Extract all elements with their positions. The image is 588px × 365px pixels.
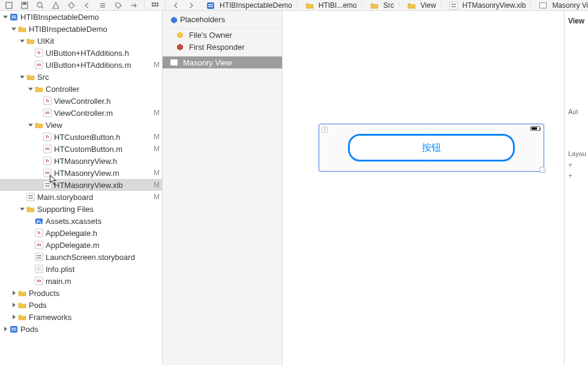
arrow-left-icon[interactable] — [82, 1, 92, 10]
disclosure-triangle-icon[interactable] — [28, 86, 34, 91]
svg-rect-38 — [11, 328, 16, 329]
chevron-right-icon[interactable] — [186, 1, 197, 10]
outline-label: File's Owner — [189, 31, 232, 40]
disclosure-triangle-icon[interactable] — [2, 14, 8, 19]
tree-row[interactable]: View — [0, 119, 162, 131]
tree-row[interactable]: HTMasonryView.mM — [0, 167, 162, 179]
svg-rect-16 — [157, 5, 158, 7]
tree-row[interactable]: Info.plist — [0, 263, 162, 275]
tree-label: Supporting Files — [37, 205, 151, 214]
disclosure-triangle-icon[interactable] — [19, 207, 25, 211]
disclosure-triangle-icon[interactable] — [11, 26, 17, 31]
breadcrumb-separator: 〉 — [359, 0, 368, 10]
tag-icon[interactable] — [113, 1, 124, 10]
battery-icon — [530, 126, 540, 131]
tree-row[interactable]: Assets.xcassets — [0, 215, 162, 227]
tree-row[interactable]: ViewController.mM — [0, 107, 162, 119]
grid3-icon[interactable] — [149, 1, 160, 10]
inspector-add-button-2[interactable]: + — [565, 170, 588, 181]
toolbar: HTIBInspectableDemo〉HTIBI...emo〉Src〉View… — [0, 0, 588, 11]
outline-row[interactable]: First Responder — [163, 41, 282, 53]
breadcrumb-item[interactable]: HTMasonryView.xib — [447, 1, 529, 10]
custom-button[interactable]: 按钮 — [348, 134, 515, 161]
tree-row[interactable]: Controller — [0, 83, 162, 95]
breadcrumb-label: HTMasonryView.xib — [463, 1, 526, 10]
tree-row[interactable]: ViewController.h — [0, 95, 162, 107]
disclosure-triangle-icon[interactable] — [28, 122, 34, 127]
tree-row[interactable]: Supporting Files — [0, 203, 162, 215]
outline-header-label: Placeholders — [180, 15, 225, 24]
inspector-panel[interactable]: View Aut Layou + + — [564, 11, 588, 365]
canvas-resize-dots: · · · — [319, 164, 544, 170]
tree-label: ViewController.m — [54, 109, 151, 118]
breadcrumb-item[interactable]: HTIBInspectableDemo — [204, 1, 295, 10]
document-outline[interactable]: Placeholders File's OwnerFirst Responder… — [163, 11, 283, 365]
search-icon[interactable] — [35, 1, 46, 10]
tree-label: UIKit — [37, 37, 151, 46]
svg-marker-6 — [68, 2, 74, 8]
canvas-close-icon[interactable]: ✕ — [322, 127, 328, 133]
tree-row[interactable]: Frameworks — [0, 311, 162, 323]
tree-row[interactable]: HTMasonryView.h — [0, 155, 162, 167]
svg-rect-23 — [11, 16, 16, 17]
outline-label: Masonry View — [183, 58, 232, 67]
tree-row[interactable]: main.m — [0, 275, 162, 287]
warning-icon[interactable] — [50, 1, 61, 10]
outline-row-selected[interactable]: Masonry View — [163, 56, 282, 68]
tree-row[interactable]: AppDelegate.m — [0, 239, 162, 251]
svg-marker-5 — [53, 2, 59, 8]
tree-row[interactable]: Products — [0, 287, 162, 299]
svg-rect-17 — [207, 2, 214, 9]
svg-rect-13 — [157, 2, 158, 4]
svg-marker-30 — [20, 208, 25, 211]
scm-status: M — [151, 109, 162, 117]
disclosure-triangle-icon[interactable] — [2, 327, 8, 331]
interface-builder-canvas[interactable]: ✕ · · · 按钮 · · · — [283, 11, 564, 365]
breadcrumb-label: View — [421, 1, 436, 10]
breadcrumb-item[interactable]: Masonry View — [536, 1, 588, 10]
tree-row[interactable]: Pods — [0, 323, 162, 335]
tree-row[interactable]: HTCustomButton.mM — [0, 143, 162, 155]
breadcrumb-item[interactable]: HTIBI...emo — [303, 1, 359, 10]
tree-row[interactable]: HTCustomButton.hM — [0, 131, 162, 143]
disclosure-triangle-icon[interactable] — [11, 291, 17, 295]
chevron-left-icon[interactable] — [170, 1, 181, 10]
tree-row[interactable]: Main.storyboardM — [0, 191, 162, 203]
outline-row[interactable]: File's Owner — [163, 29, 282, 41]
tree-row[interactable]: UIButton+HTAdditions.mM — [0, 59, 162, 71]
tree-row[interactable]: LaunchScreen.storyboard — [0, 251, 162, 263]
tree-row[interactable]: Src — [0, 71, 162, 83]
svg-rect-19 — [208, 6, 213, 7]
disclosure-triangle-icon[interactable] — [11, 315, 17, 319]
tree-row[interactable]: HTMasonryView.xibM — [0, 179, 162, 191]
svg-marker-25 — [11, 28, 16, 31]
tree-row[interactable]: HTIBInspectableDemo — [0, 23, 162, 35]
list-icon[interactable] — [97, 1, 108, 10]
disclosure-triangle-icon[interactable] — [19, 38, 25, 43]
project-navigator[interactable]: HTIBInspectableDemoHTIBInspectableDemoUI… — [0, 11, 163, 365]
arrow-right-range-icon[interactable] — [128, 1, 139, 10]
tree-label: HTIBInspectableDemo — [20, 13, 151, 22]
svg-marker-41 — [177, 32, 183, 38]
tree-label: HTMasonryView.m — [54, 169, 151, 178]
tree-row[interactable]: UIButton+HTAdditions.h — [0, 47, 162, 59]
diff-icon[interactable] — [66, 1, 77, 10]
breadcrumb-item[interactable]: View — [405, 1, 439, 10]
tree-row[interactable]: Pods — [0, 299, 162, 311]
breadcrumb-label: Masonry View — [552, 1, 588, 10]
resize-handle-icon[interactable] — [539, 167, 545, 173]
tree-row[interactable]: UIKit — [0, 35, 162, 47]
disclosure-triangle-icon[interactable] — [19, 74, 25, 79]
square-icon[interactable] — [4, 1, 14, 10]
floppy-icon[interactable] — [19, 1, 30, 10]
disclosure-triangle-icon[interactable] — [11, 303, 17, 307]
outline-placeholders-header: Placeholders — [163, 11, 282, 29]
inspector-add-button[interactable]: + — [565, 160, 588, 170]
svg-rect-24 — [11, 17, 16, 19]
tree-row[interactable]: AppDelegate.h — [0, 227, 162, 239]
breadcrumb-item[interactable]: Src — [368, 1, 397, 10]
tree-row[interactable]: HTIBInspectableDemo — [0, 11, 162, 23]
masonry-view-object[interactable]: ✕ · · · 按钮 · · · — [319, 124, 544, 172]
svg-rect-22 — [10, 14, 17, 20]
tree-label: UIButton+HTAdditions.h — [46, 49, 151, 58]
